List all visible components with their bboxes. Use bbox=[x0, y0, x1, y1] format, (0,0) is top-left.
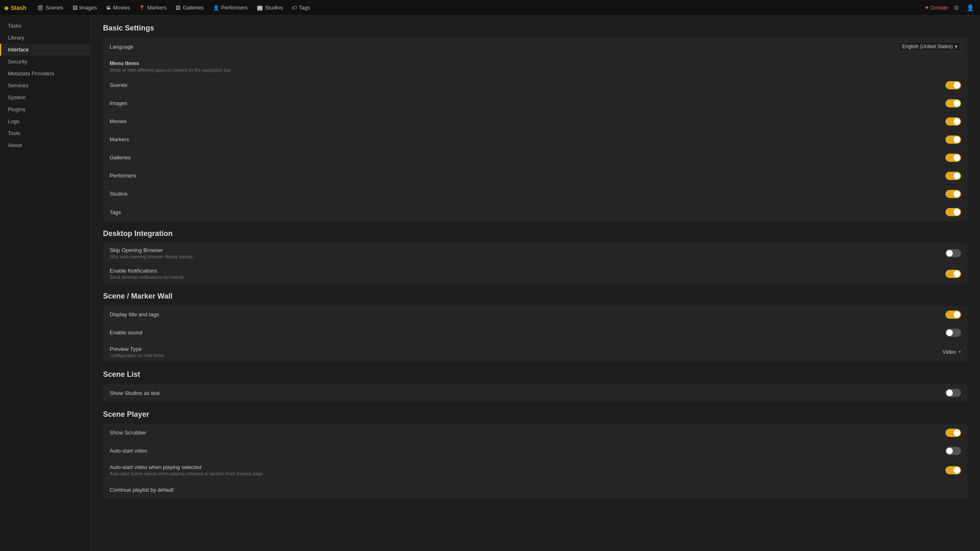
menu-items-header: Menu Items Show or hide different types … bbox=[103, 56, 968, 76]
card-row: Skip Opening BrowserSkip auto-opening br… bbox=[103, 243, 968, 264]
card-row-label-block: Preview TypeConfiguration for wall items bbox=[110, 346, 942, 358]
scene-player-title: Scene Player bbox=[103, 410, 968, 419]
sidebar-item-tools[interactable]: Tools bbox=[0, 127, 90, 139]
nav-item-images[interactable]: 🖼Images bbox=[68, 3, 101, 12]
nav-icon-studios: 🏢 bbox=[257, 5, 263, 11]
card-row: Display title and tags bbox=[103, 306, 968, 324]
select-wrap[interactable]: Video▾ bbox=[942, 349, 961, 355]
brand-icon: ◈ bbox=[4, 5, 9, 11]
basic-settings-title: Basic Settings bbox=[103, 24, 968, 33]
card-row-label: Enable sound bbox=[110, 329, 945, 336]
language-label: Language bbox=[110, 44, 898, 50]
sidebar-item-plugins[interactable]: Plugins bbox=[0, 103, 90, 115]
nav-icon-performers: 👤 bbox=[213, 5, 219, 11]
toggle[interactable] bbox=[945, 466, 961, 474]
card-row-label: Performers bbox=[110, 173, 945, 179]
desktop-integration-title: Desktop Integration bbox=[103, 229, 968, 238]
brand-name: Stash bbox=[11, 5, 26, 11]
sidebar-item-library[interactable]: Library bbox=[0, 32, 90, 44]
nav-item-scenes[interactable]: 🎬Scenes bbox=[33, 3, 67, 12]
donate-label: Donate bbox=[931, 5, 948, 11]
menu-items-title: Menu Items bbox=[110, 60, 961, 66]
toggle[interactable] bbox=[945, 389, 961, 397]
nav-label-markers: Markers bbox=[147, 5, 166, 11]
card-row: Show Scrubber bbox=[103, 424, 968, 442]
nav-label-galleries: Galleries bbox=[183, 5, 204, 11]
user-icon[interactable]: 👤 bbox=[965, 2, 976, 13]
card-row-sublabel: Configuration for wall items bbox=[110, 353, 942, 358]
language-chevron-icon: ▾ bbox=[955, 44, 957, 49]
card-row-label: Scenes bbox=[110, 82, 945, 88]
card-row: Tags bbox=[103, 203, 968, 221]
toggle[interactable] bbox=[945, 208, 961, 216]
scene-list-title: Scene List bbox=[103, 370, 968, 379]
chevron-down-icon: ▾ bbox=[959, 349, 961, 355]
card-row: Continue playlist by default bbox=[103, 481, 968, 499]
nav-item-galleries[interactable]: 🖼Galleries bbox=[171, 3, 208, 12]
card-row-label-block: Auto-start video when playing selectedAu… bbox=[110, 464, 945, 476]
card-row: Auto-start video bbox=[103, 442, 968, 460]
nav-label-tags: Tags bbox=[299, 5, 310, 11]
sidebar-item-about[interactable]: About bbox=[0, 139, 90, 151]
donate-button[interactable]: ♥ Donate bbox=[925, 5, 948, 11]
nav-label-images: Images bbox=[80, 5, 97, 11]
card-row: Performers bbox=[103, 167, 968, 185]
card-row: Movies bbox=[103, 112, 968, 131]
language-select[interactable]: English (United States) ▾ bbox=[898, 42, 961, 51]
nav-label-scenes: Scenes bbox=[45, 5, 63, 11]
toggle[interactable] bbox=[945, 135, 961, 144]
nav-item-studios[interactable]: 🏢Studios bbox=[253, 3, 287, 12]
sidebar: TasksLibraryInterfaceSecurityMetadata Pr… bbox=[0, 16, 91, 551]
nav-label-studios: Studios bbox=[265, 5, 283, 11]
top-nav: ◈ Stash 🎬Scenes🖼Images📽Movies📍Markers🖼Ga… bbox=[0, 0, 980, 16]
card-row-label: Tags bbox=[110, 209, 945, 215]
toggle[interactable] bbox=[945, 329, 961, 337]
nav-label-performers: Performers bbox=[221, 5, 248, 11]
sidebar-item-logs[interactable]: Logs bbox=[0, 115, 90, 127]
nav-icon-markers: 📍 bbox=[139, 5, 145, 11]
toggle[interactable] bbox=[945, 270, 961, 278]
sidebar-item-services[interactable]: Services bbox=[0, 79, 90, 91]
toggle[interactable] bbox=[945, 190, 961, 198]
language-row: Language English (United States) ▾ bbox=[103, 37, 968, 56]
card-row-label: Show Studios as text bbox=[110, 390, 945, 396]
main-content: Basic Settings Language English (United … bbox=[91, 16, 980, 551]
sidebar-item-metadata-providers[interactable]: Metadata Providers bbox=[0, 68, 90, 79]
nav-icon-movies: 📽 bbox=[106, 5, 111, 11]
toggle[interactable] bbox=[945, 447, 961, 455]
nav-icon-scenes: 🎬 bbox=[37, 5, 43, 11]
brand[interactable]: ◈ Stash bbox=[4, 5, 26, 11]
toggle[interactable] bbox=[945, 81, 961, 89]
settings-icon[interactable]: ⚙ bbox=[952, 2, 961, 13]
nav-item-movies[interactable]: 📽Movies bbox=[102, 3, 134, 12]
basic-settings-card: Language English (United States) ▾ Menu … bbox=[103, 37, 968, 221]
card-row-label-block: Enable NotificationsSend desktop notific… bbox=[110, 268, 945, 280]
nav-right: ♥ Donate ⚙ 👤 bbox=[925, 2, 976, 13]
card-row: Galleries bbox=[103, 149, 968, 167]
nav-item-tags[interactable]: 🏷Tags bbox=[288, 3, 314, 12]
toggle[interactable] bbox=[945, 99, 961, 107]
nav-item-markers[interactable]: 📍Markers bbox=[135, 3, 171, 12]
card-row-label: Display title and tags bbox=[110, 311, 945, 318]
toggle[interactable] bbox=[945, 117, 961, 126]
sidebar-item-system[interactable]: System bbox=[0, 91, 90, 103]
nav-icon-tags: 🏷 bbox=[292, 5, 297, 11]
card-row-sublabel: Skip auto-opening browser during startup bbox=[110, 254, 945, 259]
card-row-main-label: Enable Notifications bbox=[110, 268, 945, 274]
toggle[interactable] bbox=[945, 154, 961, 162]
nav-item-performers[interactable]: 👤Performers bbox=[209, 3, 252, 12]
toggle[interactable] bbox=[945, 172, 961, 180]
toggle[interactable] bbox=[945, 429, 961, 437]
card-row: Enable NotificationsSend desktop notific… bbox=[103, 264, 968, 284]
sidebar-item-tasks[interactable]: Tasks bbox=[0, 20, 90, 32]
card-row: Markers bbox=[103, 131, 968, 149]
card-row-label: Show Scrubber bbox=[110, 430, 945, 436]
toggle[interactable] bbox=[945, 249, 961, 257]
card-row-label: Galleries bbox=[110, 154, 945, 161]
desktop-integration-card: Skip Opening BrowserSkip auto-opening br… bbox=[103, 243, 968, 284]
sidebar-item-security[interactable]: Security bbox=[0, 56, 90, 68]
card-row: Enable sound bbox=[103, 324, 968, 342]
sidebar-item-interface[interactable]: Interface bbox=[0, 44, 90, 56]
card-row-label: Images bbox=[110, 100, 945, 106]
toggle[interactable] bbox=[945, 311, 961, 319]
